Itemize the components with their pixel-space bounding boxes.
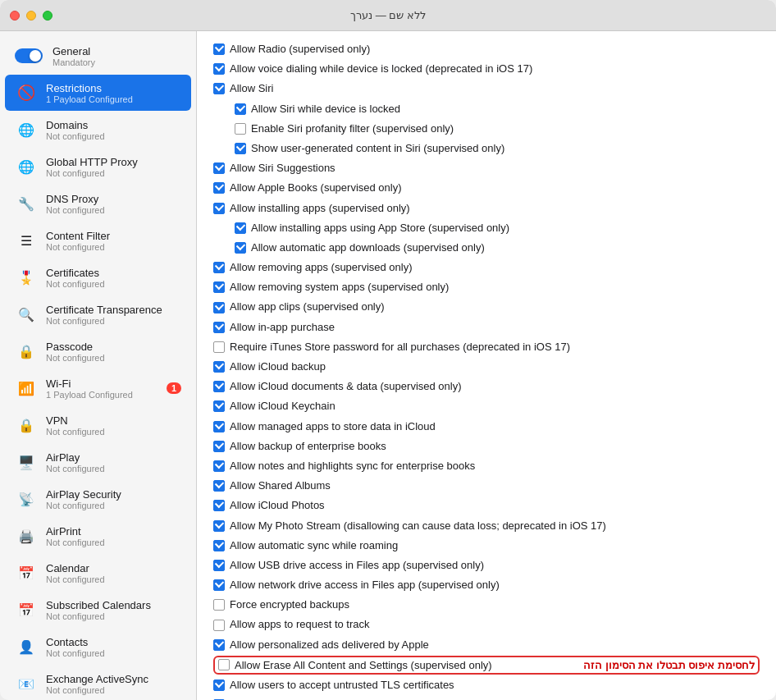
restrictions-icon: 🚫 xyxy=(15,81,38,104)
checkbox-allow-untrusted-tls[interactable] xyxy=(213,679,225,691)
sidebar-item-airplay[interactable]: 🖥️ AirPlay Not configured xyxy=(5,444,191,480)
check-allow-installing-apps-store: Allow installing apps using App Store (s… xyxy=(213,218,760,238)
content-filter-icon: ☰ xyxy=(15,229,38,252)
checkbox-allow-removing-system-apps[interactable] xyxy=(213,281,225,293)
checkbox-allow-siri[interactable] xyxy=(213,83,225,94)
checkbox-allow-removing-apps[interactable] xyxy=(213,262,225,273)
check-allow-siri: Allow Siri xyxy=(213,79,760,98)
airprint-text: AirPrint Not configured xyxy=(46,525,181,547)
content-filter-text: Content Filter Not configured xyxy=(46,230,181,252)
airplay-text: AirPlay Not configured xyxy=(46,451,181,474)
checkbox-force-encrypted-backups[interactable] xyxy=(213,599,225,611)
cert-transparence-title: Certificate Transparence xyxy=(46,304,181,316)
sidebar-item-subscribed-calendars[interactable]: 📅 Subscribed Calendars Not configured xyxy=(5,592,191,628)
checkbox-allow-voice-dialing[interactable] xyxy=(213,63,225,75)
sidebar-item-certificates[interactable]: 🎖️ Certificates Not configured xyxy=(5,259,191,295)
check-allow-apps-request-track: Allow apps to request to track xyxy=(213,615,760,634)
checkbox-allow-backup-enterprise[interactable] xyxy=(213,441,225,452)
dns-proxy-icon: 🔧 xyxy=(15,192,38,215)
checkbox-allow-radio[interactable] xyxy=(213,43,225,55)
restrictions-item-text: Restrictions 1 Payload Configured xyxy=(46,82,181,104)
label-allow-icloud-documents: Allow iCloud documents & data (supervise… xyxy=(230,379,462,394)
checkbox-allow-icloud-documents[interactable] xyxy=(213,381,225,392)
check-allow-app-clips: Allow app clips (supervised only) xyxy=(213,297,760,317)
checkbox-require-itunes-password[interactable] xyxy=(213,341,225,353)
checkbox-allow-auto-app-downloads[interactable] xyxy=(235,242,246,254)
sidebar-item-dns-proxy[interactable]: 🔧 DNS Proxy Not configured xyxy=(5,185,191,222)
label-enable-siri-profanity: Enable Siri profanity filter (supervised… xyxy=(251,121,454,136)
check-show-user-generated: Show user-generated content in Siri (sup… xyxy=(213,139,760,158)
subscribed-calendars-text: Subscribed Calendars Not configured xyxy=(46,599,181,621)
sidebar-item-contacts[interactable]: 👤 Contacts Not configured xyxy=(5,629,191,665)
sidebar-item-domains[interactable]: 🌐 Domains Not configured xyxy=(5,112,191,148)
general-toggle[interactable] xyxy=(15,48,43,63)
checkbox-enable-siri-profanity[interactable] xyxy=(235,123,246,135)
checkbox-show-user-generated[interactable] xyxy=(235,143,246,154)
sidebar-item-calendar[interactable]: 📅 Calendar Not configured xyxy=(5,555,191,591)
check-allow-removing-system-apps: Allow removing system apps (supervised o… xyxy=(213,277,760,297)
close-button[interactable] xyxy=(10,11,20,21)
restrictions-panel: Allow Radio (supervised only) Allow voic… xyxy=(197,31,776,700)
maximize-button[interactable] xyxy=(43,11,52,21)
checkbox-allow-erase-all[interactable] xyxy=(218,659,230,670)
check-allow-installing-apps: Allow installing apps (supervised only) xyxy=(213,199,760,218)
domains-subtitle: Not configured xyxy=(46,131,181,141)
contacts-text: Contacts Not configured xyxy=(46,636,181,658)
checkbox-allow-siri-locked[interactable] xyxy=(235,103,246,115)
window-title: ללא שם — נערך xyxy=(350,9,426,21)
check-force-encrypted-backups: Force encrypted backups xyxy=(213,595,760,615)
checkbox-allow-icloud-keychain[interactable] xyxy=(213,400,225,412)
label-allow-voice-dialing: Allow voice dialing while device is lock… xyxy=(230,62,532,76)
checkbox-allow-icloud-photos[interactable] xyxy=(213,500,225,511)
sidebar-item-exchange[interactable]: 📧 Exchange ActiveSync Not configured xyxy=(5,666,191,700)
airprint-icon: 🖨️ xyxy=(15,524,38,547)
checkbox-allow-network-drive[interactable] xyxy=(213,579,225,591)
sidebar-item-global-http-proxy[interactable]: 🌐 Global HTTP Proxy Not configured xyxy=(5,149,191,185)
sidebar-item-passcode[interactable]: 🔒 Passcode Not configured xyxy=(5,333,191,369)
vpn-icon: 🔒 xyxy=(15,414,38,437)
certificates-text: Certificates Not configured xyxy=(46,267,181,289)
cert-transparence-text: Certificate Transparence Not configured xyxy=(46,304,181,326)
checkbox-allow-managed-apps-icloud[interactable] xyxy=(213,421,225,432)
passcode-title: Passcode xyxy=(46,341,181,353)
global-http-proxy-text: Global HTTP Proxy Not configured xyxy=(46,156,181,178)
sidebar-item-wifi[interactable]: 📶 Wi-Fi 1 Payload Configured 1 xyxy=(5,370,191,406)
check-allow-shared-albums: Allow Shared Albums xyxy=(213,476,760,496)
general-item-text: General Mandatory xyxy=(52,45,181,67)
airplay-security-text: AirPlay Security Not configured xyxy=(46,488,181,510)
sidebar-item-general[interactable]: General Mandatory xyxy=(5,38,191,74)
sidebar-item-cert-transparence[interactable]: 🔍 Certificate Transparence Not configure… xyxy=(5,296,191,332)
checkbox-allow-auto-sync-roaming[interactable] xyxy=(213,540,225,551)
checkbox-allow-app-clips[interactable] xyxy=(213,302,225,313)
checkbox-allow-notes-highlights[interactable] xyxy=(213,460,225,472)
sidebar-item-vpn[interactable]: 🔒 VPN Not configured xyxy=(5,407,191,443)
sidebar-item-airplay-security[interactable]: 📡 AirPlay Security Not configured xyxy=(5,481,191,517)
checkbox-allow-in-app-purchase[interactable] xyxy=(213,322,225,333)
global-http-proxy-title: Global HTTP Proxy xyxy=(46,156,181,168)
wifi-icon: 📶 xyxy=(15,377,38,400)
airplay-subtitle: Not configured xyxy=(46,464,181,474)
restrictions-subtitle: 1 Payload Configured xyxy=(46,94,181,104)
sidebar-item-airprint[interactable]: 🖨️ AirPrint Not configured xyxy=(5,518,191,554)
checkbox-allow-apple-books[interactable] xyxy=(213,182,225,194)
checkbox-allow-usb-drive[interactable] xyxy=(213,560,225,571)
check-allow-usb-drive: Allow USB drive access in Files app (sup… xyxy=(213,556,760,575)
checkbox-allow-my-photo-stream[interactable] xyxy=(213,520,225,532)
checkbox-allow-apps-request-track[interactable] xyxy=(213,620,225,631)
checkbox-allow-icloud-backup[interactable] xyxy=(213,361,225,373)
label-allow-auto-sync-roaming: Allow automatic sync while roaming xyxy=(230,538,398,553)
main-content: General Mandatory 🚫 Restrictions 1 Paylo… xyxy=(0,31,776,700)
wifi-text: Wi-Fi 1 Payload Configured xyxy=(46,377,158,400)
domains-icon: 🌐 xyxy=(15,118,38,141)
checkbox-allow-siri-suggestions[interactable] xyxy=(213,162,225,174)
checkbox-allow-installing-apps[interactable] xyxy=(213,203,225,214)
check-allow-network-drive: Allow network drive access in Files app … xyxy=(213,575,760,595)
checkbox-allow-installing-apps-store[interactable] xyxy=(235,222,246,234)
sidebar-item-content-filter[interactable]: ☰ Content Filter Not configured xyxy=(5,222,191,258)
check-allow-apple-books: Allow Apple Books (supervised only) xyxy=(213,178,760,198)
sidebar-item-restrictions[interactable]: 🚫 Restrictions 1 Payload Configured xyxy=(5,75,191,111)
checkbox-allow-personalized-ads[interactable] xyxy=(213,639,225,651)
minimize-button[interactable] xyxy=(26,11,36,21)
checkbox-allow-shared-albums[interactable] xyxy=(213,480,225,492)
calendar-text: Calendar Not configured xyxy=(46,562,181,584)
